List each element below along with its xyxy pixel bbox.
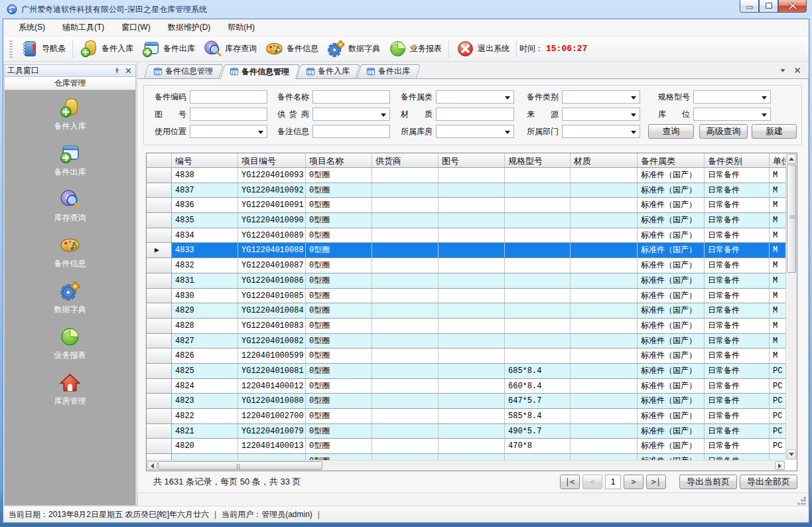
table-row[interactable]: 482612204010005990型圈标准件（国产）日常备件M	[147, 348, 785, 364]
cell[interactable]	[439, 183, 505, 198]
cell[interactable]: YG12204010086	[238, 273, 306, 288]
cell[interactable]	[372, 409, 439, 423]
cell[interactable]	[571, 348, 638, 363]
cell[interactable]: 日常备件	[705, 394, 770, 408]
cell[interactable]: YG12204010084	[238, 303, 306, 318]
cell[interactable]: 日常备件	[705, 379, 770, 394]
row-selector[interactable]	[147, 273, 172, 288]
toolbar-button-退出系统[interactable]: 退出系统	[452, 38, 513, 60]
grid-column-header-selector[interactable]	[147, 153, 172, 167]
table-row[interactable]: 4836YG122040100910型圈标准件（国产）日常备件M	[147, 198, 785, 213]
row-selector[interactable]	[147, 303, 172, 318]
sidebar-item-数据字典[interactable]: 数据字典	[54, 280, 86, 326]
cell[interactable]	[505, 454, 571, 460]
cell[interactable]	[372, 364, 439, 378]
cell[interactable]: 1220401400013	[238, 439, 306, 453]
row-selector[interactable]	[147, 409, 172, 423]
cell[interactable]	[571, 394, 638, 408]
tab-备件信息管理-1[interactable]: 备件信息管理	[220, 64, 296, 79]
cell[interactable]	[439, 213, 505, 228]
menu-item-3[interactable]: 数据维护(D)	[159, 19, 220, 36]
cell[interactable]	[571, 198, 638, 212]
cell[interactable]	[439, 379, 505, 394]
table-row[interactable]: 0型圈标准件（国产）日常备件	[147, 454, 785, 460]
cell[interactable]	[505, 348, 571, 363]
cell[interactable]: 标准件（国产）	[638, 409, 705, 423]
cell[interactable]	[439, 198, 505, 212]
cell[interactable]	[571, 364, 638, 378]
cell[interactable]: 4831	[172, 273, 238, 288]
cell[interactable]: 日常备件	[705, 334, 770, 348]
cell[interactable]	[372, 334, 439, 348]
export-all-pages-button[interactable]: 导出全部页	[740, 475, 797, 489]
cell[interactable]: 标准件（国产）	[638, 243, 705, 258]
cell[interactable]: 日常备件	[705, 183, 770, 198]
cell[interactable]: 4821	[172, 424, 238, 439]
first-page-button[interactable]: |<	[560, 475, 580, 489]
cell[interactable]	[439, 424, 505, 439]
cell[interactable]	[372, 439, 439, 453]
cell[interactable]: M	[770, 243, 785, 258]
cell[interactable]	[439, 439, 505, 453]
table-row[interactable]: 4829YG122040100840型圈标准件（国产）日常备件M	[147, 303, 785, 319]
table-row[interactable]: 4830YG122040100850型圈标准件（国产）日常备件M	[147, 289, 785, 304]
cell[interactable]: M	[770, 303, 785, 318]
cell[interactable]	[439, 319, 505, 333]
cell[interactable]: 0型圈	[306, 258, 372, 273]
cell[interactable]	[439, 303, 505, 318]
cell[interactable]: 日常备件	[705, 303, 770, 318]
table-row[interactable]: 4828YG122040100830型圈标准件（国产）日常备件M	[147, 319, 785, 334]
cell[interactable]: 标准件（国产）	[638, 273, 705, 288]
search-combo-备件属类[interactable]	[436, 90, 514, 104]
cell[interactable]	[439, 273, 505, 288]
cell[interactable]	[172, 454, 238, 460]
cell[interactable]: 日常备件	[705, 348, 770, 363]
row-selector[interactable]	[147, 424, 172, 439]
cell[interactable]: PC	[770, 439, 785, 453]
search-combo-备件类别[interactable]	[562, 90, 640, 104]
cell[interactable]	[372, 424, 439, 439]
cell[interactable]	[571, 168, 638, 183]
cell[interactable]	[439, 228, 505, 243]
row-selector[interactable]	[147, 213, 172, 228]
cell[interactable]: YG12204010091	[238, 198, 306, 212]
cell[interactable]	[372, 394, 439, 408]
cell[interactable]: 4822	[172, 409, 238, 423]
row-selector[interactable]	[147, 439, 172, 453]
cell[interactable]: 685*8.4	[505, 364, 571, 378]
grid-column-header-规格型号[interactable]: 规格型号	[505, 153, 571, 167]
cell[interactable]: 日常备件	[705, 273, 770, 288]
cell[interactable]: PC	[770, 364, 785, 378]
table-row[interactable]: 4831YG122040100860型圈标准件（国产）日常备件M	[147, 273, 785, 289]
cell[interactable]	[372, 258, 439, 273]
row-selector[interactable]	[147, 379, 172, 394]
cell[interactable]: 标准件（国产）	[638, 439, 705, 453]
cell[interactable]	[571, 289, 638, 303]
row-selector[interactable]	[147, 183, 172, 198]
cell[interactable]: 标准件（国产）	[638, 258, 705, 273]
cell[interactable]: YG12204010093	[238, 168, 306, 183]
search-combo-库位[interactable]	[693, 108, 771, 121]
cell[interactable]: 4833	[172, 243, 238, 258]
search-button-高级查询[interactable]: 高级查询	[699, 124, 748, 139]
cell[interactable]	[571, 319, 638, 333]
cell[interactable]: 日常备件	[705, 289, 770, 303]
cell[interactable]: PC	[770, 409, 785, 423]
search-combo-来源[interactable]	[562, 108, 640, 121]
cell[interactable]	[505, 334, 571, 348]
cell[interactable]: 4835	[172, 213, 238, 228]
cell[interactable]	[439, 334, 505, 348]
grid-column-header-单位[interactable]: 单位	[770, 153, 787, 167]
row-selector[interactable]	[147, 198, 172, 212]
cell[interactable]	[571, 228, 638, 243]
cell[interactable]	[571, 303, 638, 318]
cell[interactable]	[571, 424, 638, 439]
cell[interactable]: 4834	[172, 228, 238, 243]
cell[interactable]: M	[770, 348, 785, 363]
grid-column-header-项目编号[interactable]: 项目编号	[238, 153, 306, 167]
search-input-备件名称[interactable]	[312, 90, 390, 104]
vertical-scrollbar[interactable]	[785, 153, 797, 460]
cell[interactable]: 4820	[172, 439, 238, 453]
cell[interactable]	[505, 198, 571, 212]
cell[interactable]	[505, 213, 571, 228]
